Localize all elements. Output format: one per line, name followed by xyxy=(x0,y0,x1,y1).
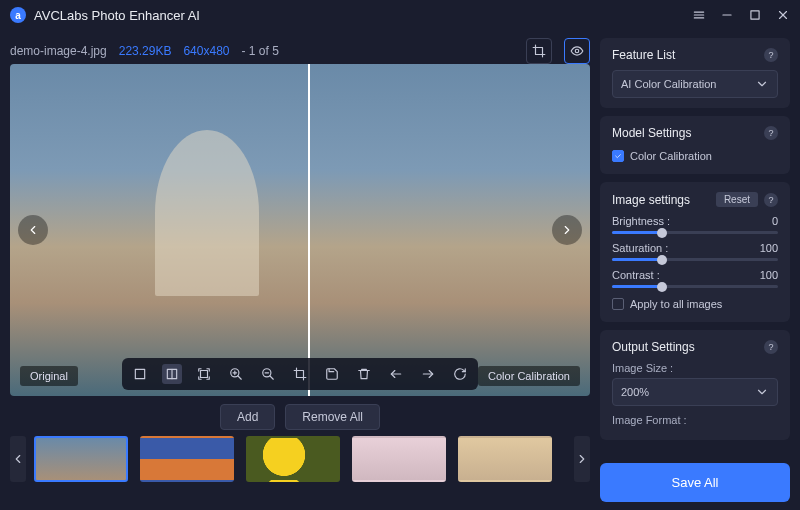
apply-all-checkbox[interactable] xyxy=(612,298,624,310)
zoom-in-icon[interactable] xyxy=(226,364,246,384)
image-size-select[interactable]: 200% xyxy=(612,378,778,406)
prev-image-arrow[interactable] xyxy=(18,215,48,245)
layout-single-icon[interactable] xyxy=(130,364,150,384)
help-icon[interactable]: ? xyxy=(764,126,778,140)
fit-screen-icon[interactable] xyxy=(194,364,214,384)
brightness-label: Brightness : xyxy=(612,215,670,227)
next-image-arrow[interactable] xyxy=(552,215,582,245)
image-size-label: Image Size : xyxy=(612,362,778,374)
contrast-label: Contrast : xyxy=(612,269,660,281)
delete-icon[interactable] xyxy=(354,364,374,384)
brightness-slider[interactable] xyxy=(612,231,778,234)
add-button[interactable]: Add xyxy=(220,404,275,430)
file-dimensions[interactable]: 640x480 xyxy=(183,44,229,58)
layout-split-icon[interactable] xyxy=(162,364,182,384)
contrast-slider-row: Contrast : 100 xyxy=(612,269,778,288)
contrast-slider[interactable] xyxy=(612,285,778,288)
chevron-down-icon xyxy=(755,385,769,399)
image-settings-title: Image settings xyxy=(612,193,690,207)
apply-all-label: Apply to all images xyxy=(630,298,722,310)
color-calibration-checkbox[interactable] xyxy=(612,150,624,162)
file-index: - 1 of 5 xyxy=(241,44,278,58)
svg-line-17 xyxy=(270,376,274,380)
preview-toolbar xyxy=(122,358,478,390)
feature-select-value: AI Color Calibration xyxy=(621,78,716,90)
saturation-value: 100 xyxy=(760,242,778,254)
remove-all-button[interactable]: Remove All xyxy=(285,404,380,430)
app-logo: a xyxy=(10,7,26,23)
save-all-button[interactable]: Save All xyxy=(600,463,790,502)
thumbnail-3[interactable] xyxy=(246,436,340,482)
file-size[interactable]: 223.29KB xyxy=(119,44,172,58)
refresh-icon[interactable] xyxy=(450,364,470,384)
feature-select[interactable]: AI Color Calibration xyxy=(612,70,778,98)
maximize-button[interactable] xyxy=(748,8,762,22)
label-original: Original xyxy=(20,366,78,386)
saturation-slider-row: Saturation : 100 xyxy=(612,242,778,261)
reset-button[interactable]: Reset xyxy=(716,192,758,207)
image-size-value: 200% xyxy=(621,386,649,398)
zoom-out-icon[interactable] xyxy=(258,364,278,384)
redo-icon[interactable] xyxy=(418,364,438,384)
minimize-button[interactable] xyxy=(720,8,734,22)
thumbs-prev-arrow[interactable] xyxy=(10,436,26,482)
image-format-label: Image Format : xyxy=(612,414,778,426)
label-processed: Color Calibration xyxy=(478,366,580,386)
undo-icon[interactable] xyxy=(386,364,406,384)
crop-button[interactable] xyxy=(526,38,552,64)
preview-image xyxy=(10,64,590,396)
contrast-value: 100 xyxy=(760,269,778,281)
help-icon[interactable]: ? xyxy=(764,193,778,207)
feature-list-title: Feature List xyxy=(612,48,675,62)
thumbnail-strip xyxy=(10,436,590,482)
saturation-label: Saturation : xyxy=(612,242,668,254)
thumbnail-1[interactable] xyxy=(34,436,128,482)
thumbnail-2[interactable] xyxy=(140,436,234,482)
file-info-bar: demo-image-4.jpg 223.29KB 640x480 - 1 of… xyxy=(10,38,590,64)
svg-rect-4 xyxy=(751,11,759,19)
image-settings-panel: Image settings Reset ? Brightness : 0 Sa… xyxy=(600,182,790,322)
help-icon[interactable]: ? xyxy=(764,48,778,62)
model-settings-title: Model Settings xyxy=(612,126,691,140)
chevron-down-icon xyxy=(755,77,769,91)
menu-icon[interactable] xyxy=(692,8,706,22)
titlebar: a AVCLabs Photo Enhancer AI xyxy=(0,0,800,30)
svg-point-7 xyxy=(575,49,579,53)
close-button[interactable] xyxy=(776,8,790,22)
filename: demo-image-4.jpg xyxy=(10,44,107,58)
output-settings-panel: Output Settings ? Image Size : 200% Imag… xyxy=(600,330,790,440)
thumbs-next-arrow[interactable] xyxy=(574,436,590,482)
brightness-value: 0 xyxy=(772,215,778,227)
compare-slider[interactable] xyxy=(308,64,310,396)
saturation-slider[interactable] xyxy=(612,258,778,261)
feature-list-panel: Feature List ? AI Color Calibration xyxy=(600,38,790,108)
svg-line-13 xyxy=(238,376,242,380)
preview-eye-button[interactable] xyxy=(564,38,590,64)
thumbnail-5[interactable] xyxy=(458,436,552,482)
save-icon[interactable] xyxy=(322,364,342,384)
output-settings-title: Output Settings xyxy=(612,340,695,354)
help-icon[interactable]: ? xyxy=(764,340,778,354)
preview-compare[interactable]: Original Color Calibration xyxy=(10,64,590,396)
model-settings-panel: Model Settings ? Color Calibration xyxy=(600,116,790,174)
brightness-slider-row: Brightness : 0 xyxy=(612,215,778,234)
color-calibration-label: Color Calibration xyxy=(630,150,712,162)
svg-rect-8 xyxy=(135,369,144,378)
crop-tool-icon[interactable] xyxy=(290,364,310,384)
thumbnail-4[interactable] xyxy=(352,436,446,482)
app-title: AVCLabs Photo Enhancer AI xyxy=(34,8,200,23)
svg-rect-11 xyxy=(201,371,208,378)
